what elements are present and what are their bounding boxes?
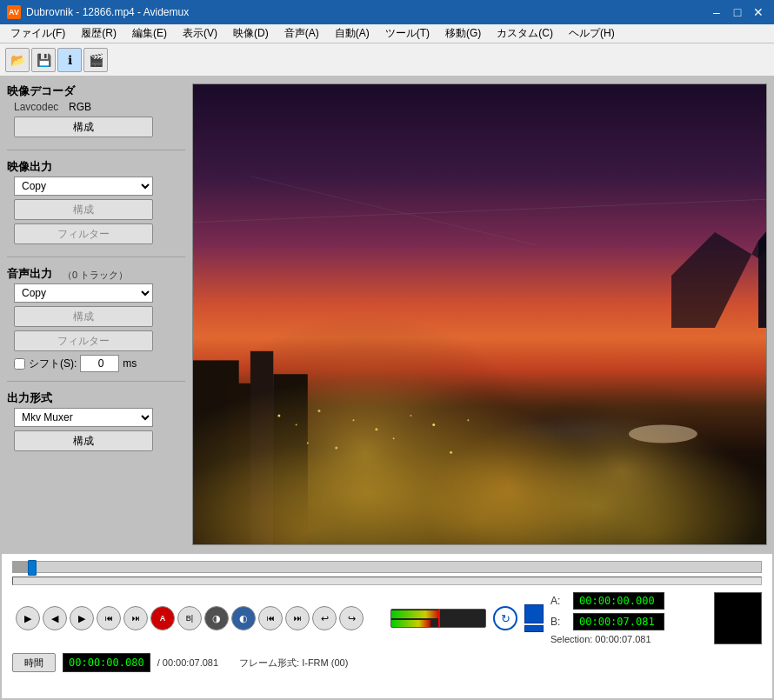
title-bar-controls: – □ ✕ [708, 3, 767, 21]
output-format-select[interactable]: Mkv Muxer Mp4 Muxer AVI Muxer [14, 408, 153, 427]
shift-checkbox[interactable] [14, 358, 25, 370]
transport-controls: ▶ ◀ ▶ ⏮ ⏭ A B| ◑ ◐ ⏮ ⏭ ↩ ↪ [12, 606, 384, 630]
audio-output-dropdown-row: Copy AAC MP3 AC3 [14, 283, 185, 303]
goto-end-button[interactable]: ⏭ [285, 606, 310, 630]
b-marker-button[interactable]: B| [177, 606, 202, 630]
timeline-fill [13, 562, 28, 572]
svg-point-3 [365, 379, 709, 453]
shift-unit: ms [123, 357, 137, 370]
prev-key-button[interactable]: ↩ [312, 606, 337, 630]
audio-tracks-label: （0 トラック） [63, 269, 128, 282]
svg-point-22 [450, 451, 452, 454]
app-icon: AV [7, 5, 21, 19]
meter-fill-left [391, 610, 440, 618]
mark-a-button[interactable]: A [150, 606, 175, 630]
step-fwd-button[interactable]: ⏭ [123, 606, 148, 630]
menu-bar: ファイル(F) 履歴(R) 編集(E) 表示(V) 映像(D) 音声(A) 自動… [0, 24, 774, 43]
brightness-button[interactable]: ◑ [204, 606, 229, 630]
svg-point-19 [307, 443, 309, 444]
svg-point-12 [296, 423, 297, 425]
transport-area: ▶ ◀ ▶ ⏮ ⏭ A B| ◑ ◐ ⏮ ⏭ ↩ ↪ ↻ [0, 552, 774, 700]
total-time-display: / 00:00:07.081 [157, 657, 218, 668]
video-output-title: 映像出力 [7, 159, 185, 175]
a-point-display: 00:00:00.000 [573, 592, 664, 610]
title-bar-left: AV Dubrovnik - 12866.mp4 - Avidemux [7, 5, 189, 19]
shift-checkbox-label: シフト(S): [14, 357, 77, 371]
prev-frame-button[interactable]: ◀ [43, 606, 67, 630]
output-format-config-button[interactable]: 構成 [14, 430, 153, 451]
sub-timeline[interactable] [12, 577, 762, 585]
menu-tools[interactable]: ツール(T) [378, 24, 437, 43]
close-button[interactable]: ✕ [750, 3, 767, 21]
menu-help[interactable]: ヘルプ(H) [562, 24, 622, 43]
save-button[interactable]: 💾 [31, 48, 56, 72]
timeline-track[interactable] [12, 561, 762, 573]
next-frame-button[interactable]: ▶ [70, 606, 94, 630]
svg-point-17 [432, 423, 435, 426]
audio-output-filter-button[interactable]: フィルター [14, 330, 153, 351]
step-back-button[interactable]: ⏮ [97, 606, 121, 630]
divider-3 [7, 381, 185, 382]
svg-rect-10 [273, 374, 308, 544]
play-button[interactable]: ▶ [16, 606, 40, 630]
divider-2 [7, 257, 185, 257]
window-title: Dubrovnik - 12866.mp4 - Avidemux [26, 6, 189, 18]
video-frame [193, 84, 766, 544]
menu-goto[interactable]: 移動(G) [438, 24, 488, 43]
menu-history[interactable]: 履歴(R) [74, 24, 123, 43]
audio-output-title: 音声出力 [7, 266, 52, 282]
marker-buttons [524, 604, 544, 632]
encode-button[interactable]: 🎬 [83, 48, 108, 72]
blue-marker-small [524, 625, 544, 632]
meter-needle [438, 610, 440, 627]
video-output-select[interactable]: Copy Mpeg4 AVC (x264) HEVC (x265) FFmpeg… [14, 177, 153, 196]
main-area: 映像デコーダ Lavcodec RGB 構成 映像出力 Copy Mpeg4 A… [0, 77, 774, 552]
b-point-row: B: 00:00:07.081 [550, 613, 707, 630]
shift-label: シフト(S): [29, 357, 77, 371]
open-button[interactable]: 📂 [5, 48, 30, 72]
video-output-section: 映像出力 Copy Mpeg4 AVC (x264) HEVC (x265) F… [7, 159, 185, 248]
svg-point-23 [629, 424, 697, 443]
timecode-panel: A: 00:00:00.000 B: 00:00:07.081 Selectio… [550, 592, 707, 644]
minimize-button[interactable]: – [708, 3, 725, 21]
menu-video[interactable]: 映像(D) [226, 24, 276, 43]
video-output-config-button[interactable]: 構成 [14, 199, 153, 220]
goto-start-button[interactable]: ⏮ [258, 606, 283, 630]
video-preview [192, 83, 767, 545]
menu-auto[interactable]: 自動(A) [328, 24, 377, 43]
video-decoder-title: 映像デコーダ [7, 83, 185, 99]
timeline-thumb[interactable] [28, 560, 37, 576]
b-point-display: 00:00:07.081 [573, 613, 664, 630]
menu-view[interactable]: 表示(V) [176, 24, 224, 43]
svg-rect-9 [250, 351, 273, 544]
menu-file[interactable]: ファイル(F) [3, 24, 72, 43]
frame-info-display: フレーム形式: I-FRM (00) [239, 657, 348, 670]
a-point-label: A: [550, 595, 568, 607]
svg-point-16 [410, 415, 411, 417]
video-output-filter-button[interactable]: フィルター [14, 223, 153, 244]
time-mode-button[interactable]: 時間 [12, 653, 56, 672]
menu-edit[interactable]: 編集(E) [125, 24, 174, 43]
video-decoder-config-button[interactable]: 構成 [14, 117, 153, 137]
shift-row: シフト(S): ms [14, 355, 185, 372]
left-panel: 映像デコーダ Lavcodec RGB 構成 映像出力 Copy Mpeg4 A… [7, 83, 185, 545]
audio-output-select[interactable]: Copy AAC MP3 AC3 [14, 283, 153, 303]
svg-rect-6 [193, 84, 766, 544]
info-row: 時間 00:00:00.080 / 00:00:07.081 フレーム形式: I… [9, 651, 765, 674]
blue-marker-btn[interactable] [524, 604, 544, 623]
menu-audio[interactable]: 音声(A) [277, 24, 326, 43]
restore-button[interactable]: □ [729, 3, 746, 21]
current-time-display: 00:00:00.080 [63, 653, 150, 672]
info-button[interactable]: ℹ [57, 48, 82, 72]
color-button[interactable]: ◐ [231, 606, 256, 630]
menu-custom[interactable]: カスタム(C) [490, 24, 560, 43]
video-decoder-section: 映像デコーダ Lavcodec RGB 構成 [7, 83, 185, 141]
loop-button[interactable]: ↻ [493, 606, 517, 630]
codec-row: Lavcodec RGB [14, 101, 185, 113]
toolbar: 📂 💾 ℹ 🎬 [0, 43, 774, 77]
next-key-button[interactable]: ↪ [339, 606, 364, 630]
svg-rect-8 [228, 383, 257, 544]
shift-input[interactable] [80, 355, 119, 372]
audio-output-config-button[interactable]: 構成 [14, 306, 153, 327]
video-output-dropdown-row: Copy Mpeg4 AVC (x264) HEVC (x265) FFmpeg… [14, 177, 185, 196]
